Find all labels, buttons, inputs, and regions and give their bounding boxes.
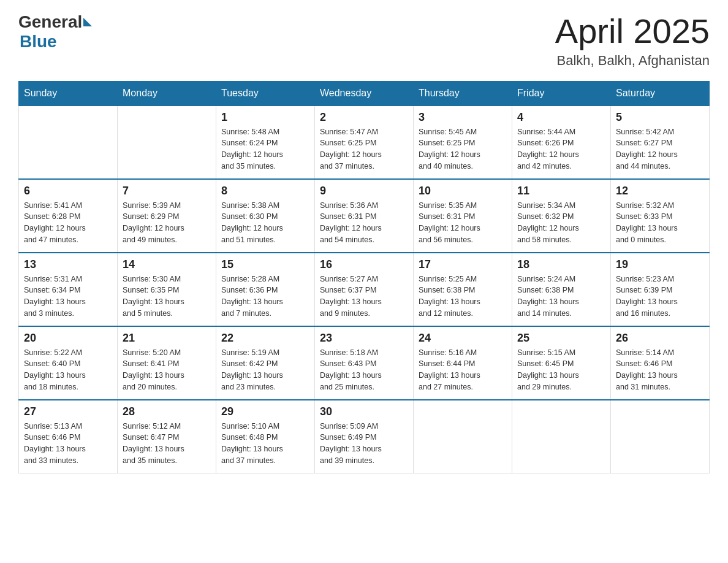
day-info: Sunrise: 5:41 AMSunset: 6:28 PMDaylight:… <box>24 200 112 246</box>
header-tuesday: Tuesday <box>216 81 315 105</box>
month-title: April 2025 <box>555 12 710 50</box>
week-row-3: 13Sunrise: 5:31 AMSunset: 6:34 PMDayligh… <box>19 253 710 326</box>
table-row: 23Sunrise: 5:18 AMSunset: 6:43 PMDayligh… <box>315 326 414 400</box>
day-number: 14 <box>123 258 211 271</box>
table-row: 14Sunrise: 5:30 AMSunset: 6:35 PMDayligh… <box>118 253 216 326</box>
day-info: Sunrise: 5:23 AMSunset: 6:39 PMDaylight:… <box>616 274 704 320</box>
day-info: Sunrise: 5:30 AMSunset: 6:35 PMDaylight:… <box>123 274 211 320</box>
table-row: 11Sunrise: 5:34 AMSunset: 6:32 PMDayligh… <box>512 179 611 253</box>
day-info: Sunrise: 5:31 AMSunset: 6:34 PMDaylight:… <box>24 274 112 320</box>
table-row: 27Sunrise: 5:13 AMSunset: 6:46 PMDayligh… <box>19 400 118 473</box>
table-row: 7Sunrise: 5:39 AMSunset: 6:29 PMDaylight… <box>118 179 216 253</box>
header-saturday: Saturday <box>611 81 710 105</box>
day-info: Sunrise: 5:24 AMSunset: 6:38 PMDaylight:… <box>517 274 605 320</box>
week-row-4: 20Sunrise: 5:22 AMSunset: 6:40 PMDayligh… <box>19 326 710 400</box>
table-row: 29Sunrise: 5:10 AMSunset: 6:48 PMDayligh… <box>216 400 315 473</box>
day-info: Sunrise: 5:47 AMSunset: 6:25 PMDaylight:… <box>320 126 408 172</box>
table-row <box>19 105 118 179</box>
table-row <box>414 400 512 473</box>
header-sunday: Sunday <box>19 81 118 105</box>
day-number: 11 <box>517 185 605 197</box>
day-number: 17 <box>419 258 507 271</box>
day-number: 27 <box>24 405 112 418</box>
day-number: 7 <box>123 185 211 197</box>
day-info: Sunrise: 5:22 AMSunset: 6:40 PMDaylight:… <box>24 347 112 393</box>
day-number: 2 <box>320 111 408 124</box>
table-row <box>118 105 216 179</box>
table-row: 30Sunrise: 5:09 AMSunset: 6:49 PMDayligh… <box>315 400 414 473</box>
day-number: 1 <box>221 111 309 124</box>
logo-general-text: General <box>18 12 82 32</box>
day-info: Sunrise: 5:12 AMSunset: 6:47 PMDaylight:… <box>123 421 211 467</box>
table-row: 26Sunrise: 5:14 AMSunset: 6:46 PMDayligh… <box>611 326 710 400</box>
day-number: 24 <box>419 332 507 345</box>
day-info: Sunrise: 5:36 AMSunset: 6:31 PMDaylight:… <box>320 200 408 246</box>
table-row: 20Sunrise: 5:22 AMSunset: 6:40 PMDayligh… <box>19 326 118 400</box>
location-text: Balkh, Balkh, Afghanistan <box>555 53 710 69</box>
day-number: 20 <box>24 332 112 345</box>
day-info: Sunrise: 5:45 AMSunset: 6:25 PMDaylight:… <box>419 126 507 172</box>
day-info: Sunrise: 5:13 AMSunset: 6:46 PMDaylight:… <box>24 421 112 467</box>
day-info: Sunrise: 5:42 AMSunset: 6:27 PMDaylight:… <box>616 126 704 172</box>
day-number: 29 <box>221 405 309 418</box>
day-number: 21 <box>123 332 211 345</box>
day-number: 15 <box>221 258 309 271</box>
table-row <box>611 400 710 473</box>
day-number: 19 <box>616 258 704 271</box>
day-number: 6 <box>24 185 112 197</box>
day-info: Sunrise: 5:39 AMSunset: 6:29 PMDaylight:… <box>123 200 211 246</box>
day-info: Sunrise: 5:10 AMSunset: 6:48 PMDaylight:… <box>221 421 309 467</box>
table-row: 13Sunrise: 5:31 AMSunset: 6:34 PMDayligh… <box>19 253 118 326</box>
table-row: 4Sunrise: 5:44 AMSunset: 6:26 PMDaylight… <box>512 105 611 179</box>
day-info: Sunrise: 5:25 AMSunset: 6:38 PMDaylight:… <box>419 274 507 320</box>
day-number: 30 <box>320 405 408 418</box>
table-row: 25Sunrise: 5:15 AMSunset: 6:45 PMDayligh… <box>512 326 611 400</box>
title-section: April 2025 Balkh, Balkh, Afghanistan <box>555 12 710 69</box>
week-row-5: 27Sunrise: 5:13 AMSunset: 6:46 PMDayligh… <box>19 400 710 473</box>
table-row: 12Sunrise: 5:32 AMSunset: 6:33 PMDayligh… <box>611 179 710 253</box>
day-number: 22 <box>221 332 309 345</box>
day-info: Sunrise: 5:34 AMSunset: 6:32 PMDaylight:… <box>517 200 605 246</box>
day-number: 4 <box>517 111 605 124</box>
day-number: 25 <box>517 332 605 345</box>
day-number: 18 <box>517 258 605 271</box>
table-row: 2Sunrise: 5:47 AMSunset: 6:25 PMDaylight… <box>315 105 414 179</box>
day-info: Sunrise: 5:19 AMSunset: 6:42 PMDaylight:… <box>221 347 309 393</box>
day-info: Sunrise: 5:18 AMSunset: 6:43 PMDaylight:… <box>320 347 408 393</box>
table-row: 10Sunrise: 5:35 AMSunset: 6:31 PMDayligh… <box>414 179 512 253</box>
table-row: 6Sunrise: 5:41 AMSunset: 6:28 PMDaylight… <box>19 179 118 253</box>
header-friday: Friday <box>512 81 611 105</box>
calendar-header-row: Sunday Monday Tuesday Wednesday Thursday… <box>19 81 710 105</box>
day-number: 10 <box>419 185 507 197</box>
day-number: 8 <box>221 185 309 197</box>
table-row: 16Sunrise: 5:27 AMSunset: 6:37 PMDayligh… <box>315 253 414 326</box>
table-row: 1Sunrise: 5:48 AMSunset: 6:24 PMDaylight… <box>216 105 315 179</box>
table-row: 17Sunrise: 5:25 AMSunset: 6:38 PMDayligh… <box>414 253 512 326</box>
day-number: 5 <box>616 111 704 124</box>
logo-triangle-icon <box>83 18 92 26</box>
table-row: 19Sunrise: 5:23 AMSunset: 6:39 PMDayligh… <box>611 253 710 326</box>
day-info: Sunrise: 5:15 AMSunset: 6:45 PMDaylight:… <box>517 347 605 393</box>
header-thursday: Thursday <box>414 81 512 105</box>
table-row: 21Sunrise: 5:20 AMSunset: 6:41 PMDayligh… <box>118 326 216 400</box>
day-info: Sunrise: 5:32 AMSunset: 6:33 PMDaylight:… <box>616 200 704 246</box>
table-row: 5Sunrise: 5:42 AMSunset: 6:27 PMDaylight… <box>611 105 710 179</box>
day-info: Sunrise: 5:44 AMSunset: 6:26 PMDaylight:… <box>517 126 605 172</box>
day-info: Sunrise: 5:48 AMSunset: 6:24 PMDaylight:… <box>221 126 309 172</box>
day-number: 9 <box>320 185 408 197</box>
day-info: Sunrise: 5:16 AMSunset: 6:44 PMDaylight:… <box>419 347 507 393</box>
header-wednesday: Wednesday <box>315 81 414 105</box>
table-row: 28Sunrise: 5:12 AMSunset: 6:47 PMDayligh… <box>118 400 216 473</box>
day-info: Sunrise: 5:27 AMSunset: 6:37 PMDaylight:… <box>320 274 408 320</box>
table-row: 3Sunrise: 5:45 AMSunset: 6:25 PMDaylight… <box>414 105 512 179</box>
day-info: Sunrise: 5:38 AMSunset: 6:30 PMDaylight:… <box>221 200 309 246</box>
day-info: Sunrise: 5:20 AMSunset: 6:41 PMDaylight:… <box>123 347 211 393</box>
calendar-table: Sunday Monday Tuesday Wednesday Thursday… <box>18 81 710 474</box>
day-info: Sunrise: 5:35 AMSunset: 6:31 PMDaylight:… <box>419 200 507 246</box>
week-row-2: 6Sunrise: 5:41 AMSunset: 6:28 PMDaylight… <box>19 179 710 253</box>
day-number: 28 <box>123 405 211 418</box>
page-header: General Blue April 2025 Balkh, Balkh, Af… <box>18 12 710 69</box>
day-info: Sunrise: 5:28 AMSunset: 6:36 PMDaylight:… <box>221 274 309 320</box>
day-info: Sunrise: 5:14 AMSunset: 6:46 PMDaylight:… <box>616 347 704 393</box>
day-info: Sunrise: 5:09 AMSunset: 6:49 PMDaylight:… <box>320 421 408 467</box>
